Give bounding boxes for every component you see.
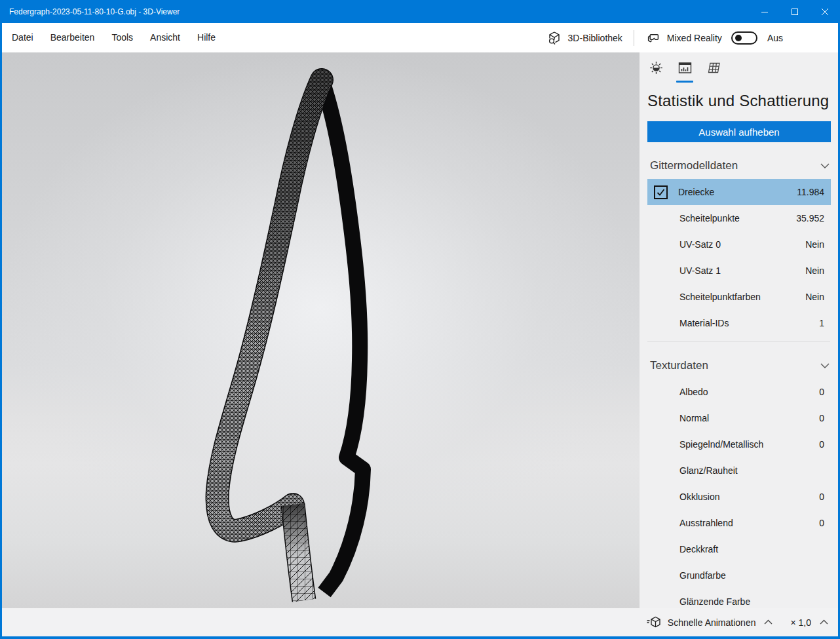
menu-tools[interactable]: Tools bbox=[103, 23, 142, 52]
maximize-icon bbox=[791, 8, 799, 16]
chevron-up-icon[interactable] bbox=[819, 619, 829, 625]
clear-selection-button[interactable]: Auswahl aufheben bbox=[647, 121, 831, 142]
row-value: Nein bbox=[805, 292, 824, 302]
list-item[interactable]: Okklusion0 bbox=[647, 484, 831, 510]
list-item[interactable]: Scheitelpunkte35.952 bbox=[647, 205, 831, 231]
row-label: UV-Satz 1 bbox=[679, 265, 805, 276]
row-label: Scheitelpunktfarben bbox=[679, 292, 805, 302]
texture-data-list: Albedo0Normal0Spiegelnd/Metallisch0Glanz… bbox=[647, 379, 831, 608]
menu-bar: Datei Bearbeiten Tools Ansicht Hilfe bbox=[2, 23, 838, 52]
row-label: UV-Satz 0 bbox=[679, 239, 805, 250]
tab-stats-shading[interactable] bbox=[676, 60, 693, 83]
menu-items: Datei Bearbeiten Tools Ansicht Hilfe bbox=[2, 23, 224, 52]
model-ribbon bbox=[2, 52, 640, 608]
library-label: 3D-Bibliothek bbox=[568, 33, 622, 43]
section-title: Texturdaten bbox=[650, 359, 820, 372]
mixed-reality-state: Aus bbox=[767, 33, 783, 43]
sun-icon bbox=[649, 60, 664, 75]
list-item[interactable]: UV-Satz 0Nein bbox=[647, 231, 831, 258]
row-value: Nein bbox=[805, 265, 824, 276]
list-item[interactable]: UV-Satz 1Nein bbox=[647, 258, 831, 284]
content-area: Statistik und Schattierung Auswahl aufhe… bbox=[2, 52, 838, 608]
title-bar: Federgraph-2023-05-11-80-10-G.obj - 3D-V… bbox=[0, 0, 840, 23]
mesh-data-list: Dreiecke11.984Scheitelpunkte35.952UV-Sat… bbox=[647, 179, 831, 336]
row-value: 1 bbox=[819, 318, 824, 328]
checkmark-icon bbox=[656, 187, 666, 197]
app-window: Federgraph-2023-05-11-80-10-G.obj - 3D-V… bbox=[0, 0, 840, 639]
panel-title: Statistik und Schattierung bbox=[647, 92, 838, 110]
animation-cube-icon bbox=[646, 615, 662, 630]
section-header-mesh[interactable]: Gittermodelldaten bbox=[650, 159, 830, 172]
list-item[interactable]: Albedo0 bbox=[647, 379, 831, 405]
mixed-reality-toggle[interactable] bbox=[731, 31, 757, 45]
list-item[interactable]: Ausstrahlend0 bbox=[647, 510, 831, 536]
menu-ansicht[interactable]: Ansicht bbox=[142, 23, 189, 52]
stats-panel: Statistik und Schattierung Auswahl aufhe… bbox=[640, 52, 838, 608]
row-value: 0 bbox=[819, 439, 824, 450]
list-item[interactable]: Deckkraft bbox=[647, 536, 831, 562]
list-item[interactable]: Dreiecke11.984 bbox=[647, 179, 831, 205]
row-label: Normal bbox=[679, 413, 819, 423]
list-item[interactable]: ScheitelpunktfarbenNein bbox=[647, 284, 831, 310]
animations-control[interactable]: Schnelle Animationen bbox=[646, 615, 774, 630]
tab-grid[interactable] bbox=[705, 60, 722, 83]
close-icon bbox=[821, 8, 829, 16]
row-value: 11.984 bbox=[797, 187, 824, 197]
tab-environment[interactable] bbox=[647, 60, 664, 83]
row-label: Dreiecke bbox=[678, 187, 797, 197]
minimize-icon bbox=[761, 8, 769, 16]
chevron-down-icon bbox=[820, 362, 830, 369]
row-label: Okklusion bbox=[679, 492, 819, 502]
chevron-up-icon[interactable] bbox=[763, 619, 773, 625]
row-value: 35.952 bbox=[796, 213, 824, 223]
bottom-bar: Schnelle Animationen × 1,0 bbox=[2, 608, 838, 636]
section-divider bbox=[647, 341, 830, 342]
row-label: Scheitelpunkte bbox=[679, 213, 796, 223]
list-item[interactable]: Normal0 bbox=[647, 405, 831, 431]
minimize-button[interactable] bbox=[750, 0, 780, 23]
row-label: Deckkraft bbox=[679, 544, 824, 554]
row-value: 0 bbox=[819, 387, 824, 397]
maximize-button[interactable] bbox=[780, 0, 810, 23]
list-item[interactable]: Spiegelnd/Metallisch0 bbox=[647, 431, 831, 457]
window-title: Federgraph-2023-05-11-80-10-G.obj - 3D-V… bbox=[0, 7, 750, 16]
section-header-texture[interactable]: Texturdaten bbox=[650, 359, 830, 372]
list-item[interactable]: Grundfarbe bbox=[647, 562, 831, 589]
checkbox-checked[interactable] bbox=[654, 185, 668, 199]
cube-magnifier-icon bbox=[546, 30, 562, 46]
row-label: Albedo bbox=[679, 387, 819, 397]
row-value: 0 bbox=[819, 492, 824, 502]
menu-separator bbox=[634, 30, 634, 46]
panel-tab-icons bbox=[640, 52, 838, 83]
menu-datei[interactable]: Datei bbox=[3, 23, 42, 52]
selected-tab-underline bbox=[676, 81, 693, 83]
toggle-knob bbox=[735, 35, 742, 41]
menu-right-controls: 3D-Bibliothek Mixed Reality Aus bbox=[546, 30, 838, 46]
row-label: Material-IDs bbox=[679, 318, 819, 328]
list-item[interactable]: Glänzende Farbe bbox=[647, 589, 831, 608]
speed-control[interactable]: × 1,0 bbox=[790, 617, 829, 628]
row-label: Glänzende Farbe bbox=[679, 596, 824, 607]
row-label: Spiegelnd/Metallisch bbox=[679, 439, 819, 450]
headset-icon bbox=[645, 30, 661, 46]
library-button[interactable]: 3D-Bibliothek bbox=[546, 30, 622, 46]
chevron-down-icon bbox=[820, 163, 830, 169]
close-button[interactable] bbox=[810, 0, 840, 23]
animations-label: Schnelle Animationen bbox=[668, 617, 756, 628]
menu-bearbeiten[interactable]: Bearbeiten bbox=[42, 23, 104, 52]
row-label: Glanz/Rauheit bbox=[679, 465, 824, 476]
list-item[interactable]: Material-IDs1 bbox=[647, 310, 831, 336]
mixed-reality-group: Mixed Reality Aus bbox=[645, 30, 783, 46]
row-label: Grundfarbe bbox=[679, 570, 824, 581]
speed-label: × 1,0 bbox=[790, 617, 811, 628]
mixed-reality-label: Mixed Reality bbox=[667, 33, 722, 43]
row-value: Nein bbox=[805, 239, 824, 250]
row-value: 0 bbox=[819, 413, 824, 423]
menu-hilfe[interactable]: Hilfe bbox=[189, 23, 224, 52]
perspective-grid-icon bbox=[706, 60, 721, 75]
section-title: Gittermodelldaten bbox=[650, 159, 820, 172]
viewport-3d[interactable] bbox=[2, 52, 640, 608]
list-item[interactable]: Glanz/Rauheit bbox=[647, 457, 831, 484]
row-label: Ausstrahlend bbox=[679, 518, 819, 528]
row-value: 0 bbox=[819, 518, 824, 528]
